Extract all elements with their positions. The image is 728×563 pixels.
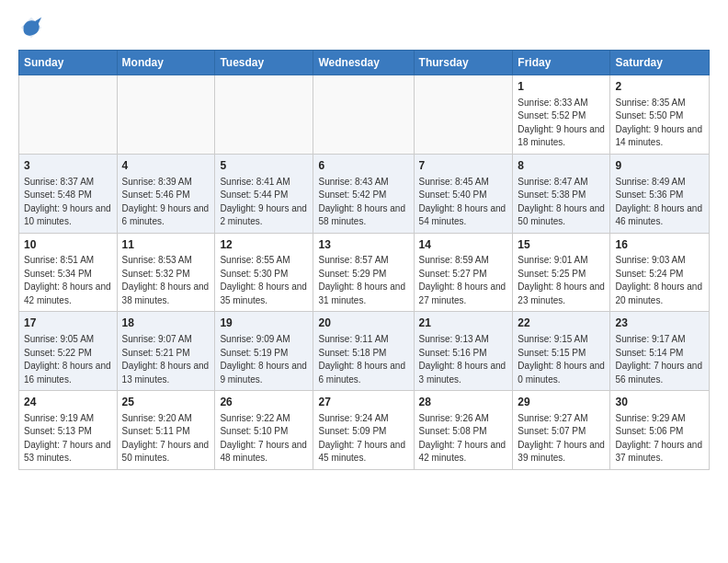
day-number: 5 — [220, 158, 308, 174]
day-info: Sunrise: 9:26 AM Sunset: 5:08 PM Dayligh… — [419, 412, 508, 465]
day-number: 14 — [419, 237, 508, 253]
day-number: 9 — [615, 158, 704, 174]
day-number: 28 — [419, 395, 508, 410]
calendar-cell: 29Sunrise: 9:27 AM Sunset: 5:07 PM Dayli… — [513, 391, 610, 470]
day-number: 8 — [518, 158, 605, 174]
day-info: Sunrise: 9:15 AM Sunset: 5:15 PM Dayligh… — [518, 333, 605, 386]
calendar-cell: 6Sunrise: 8:43 AM Sunset: 5:42 PM Daylig… — [313, 154, 414, 233]
day-info: Sunrise: 8:43 AM Sunset: 5:42 PM Dayligh… — [318, 176, 408, 229]
day-info: Sunrise: 8:51 AM Sunset: 5:34 PM Dayligh… — [24, 254, 112, 307]
day-number: 21 — [419, 316, 508, 331]
day-info: Sunrise: 8:47 AM Sunset: 5:38 PM Dayligh… — [518, 176, 605, 229]
week-row-2: 3Sunrise: 8:37 AM Sunset: 5:48 PM Daylig… — [19, 154, 710, 233]
header — [18, 15, 710, 40]
day-info: Sunrise: 9:29 AM Sunset: 5:06 PM Dayligh… — [615, 412, 704, 465]
calendar: SundayMondayTuesdayWednesdayThursdayFrid… — [18, 50, 710, 470]
weekday-header-row: SundayMondayTuesdayWednesdayThursdayFrid… — [19, 51, 710, 75]
day-info: Sunrise: 9:11 AM Sunset: 5:18 PM Dayligh… — [318, 333, 408, 386]
day-number: 3 — [24, 158, 112, 174]
calendar-cell: 12Sunrise: 8:55 AM Sunset: 5:30 PM Dayli… — [215, 233, 313, 312]
day-number: 29 — [518, 395, 605, 410]
week-row-5: 24Sunrise: 9:19 AM Sunset: 5:13 PM Dayli… — [19, 391, 710, 470]
day-info: Sunrise: 9:22 AM Sunset: 5:10 PM Dayligh… — [220, 412, 308, 465]
day-number: 2 — [615, 79, 704, 95]
weekday-header-thursday: Thursday — [414, 51, 513, 75]
calendar-cell: 2Sunrise: 8:35 AM Sunset: 5:50 PM Daylig… — [610, 75, 710, 155]
day-number: 24 — [24, 395, 112, 410]
weekday-header-sunday: Sunday — [19, 51, 118, 75]
day-info: Sunrise: 9:05 AM Sunset: 5:22 PM Dayligh… — [24, 333, 112, 386]
calendar-cell: 22Sunrise: 9:15 AM Sunset: 5:15 PM Dayli… — [513, 312, 610, 391]
calendar-cell: 18Sunrise: 9:07 AM Sunset: 5:21 PM Dayli… — [117, 312, 215, 391]
calendar-cell — [313, 75, 414, 155]
day-info: Sunrise: 9:17 AM Sunset: 5:14 PM Dayligh… — [615, 333, 704, 386]
day-info: Sunrise: 8:35 AM Sunset: 5:50 PM Dayligh… — [615, 97, 704, 150]
day-number: 13 — [318, 237, 408, 253]
day-number: 10 — [24, 237, 112, 253]
calendar-cell: 5Sunrise: 8:41 AM Sunset: 5:44 PM Daylig… — [215, 154, 313, 233]
day-number: 15 — [518, 237, 605, 253]
calendar-cell: 4Sunrise: 8:39 AM Sunset: 5:46 PM Daylig… — [117, 154, 215, 233]
calendar-cell: 23Sunrise: 9:17 AM Sunset: 5:14 PM Dayli… — [610, 312, 710, 391]
day-info: Sunrise: 9:09 AM Sunset: 5:19 PM Dayligh… — [220, 333, 308, 386]
day-number: 4 — [122, 158, 210, 174]
day-number: 12 — [220, 237, 308, 253]
day-info: Sunrise: 8:59 AM Sunset: 5:27 PM Dayligh… — [419, 254, 508, 307]
calendar-cell: 17Sunrise: 9:05 AM Sunset: 5:22 PM Dayli… — [19, 312, 118, 391]
day-info: Sunrise: 8:57 AM Sunset: 5:29 PM Dayligh… — [318, 254, 408, 307]
calendar-cell: 10Sunrise: 8:51 AM Sunset: 5:34 PM Dayli… — [19, 233, 118, 312]
day-info: Sunrise: 8:49 AM Sunset: 5:36 PM Dayligh… — [615, 176, 704, 229]
logo — [18, 15, 48, 40]
week-row-4: 17Sunrise: 9:05 AM Sunset: 5:22 PM Dayli… — [19, 312, 710, 391]
calendar-cell: 9Sunrise: 8:49 AM Sunset: 5:36 PM Daylig… — [610, 154, 710, 233]
day-number: 1 — [518, 79, 605, 95]
logo-icon — [18, 15, 44, 40]
calendar-cell — [414, 75, 513, 155]
day-number: 7 — [419, 158, 508, 174]
day-info: Sunrise: 9:27 AM Sunset: 5:07 PM Dayligh… — [518, 412, 605, 465]
page: SundayMondayTuesdayWednesdayThursdayFrid… — [0, 0, 728, 479]
calendar-cell: 13Sunrise: 8:57 AM Sunset: 5:29 PM Dayli… — [313, 233, 414, 312]
calendar-cell: 21Sunrise: 9:13 AM Sunset: 5:16 PM Dayli… — [414, 312, 513, 391]
day-info: Sunrise: 8:41 AM Sunset: 5:44 PM Dayligh… — [220, 176, 308, 229]
week-row-3: 10Sunrise: 8:51 AM Sunset: 5:34 PM Dayli… — [19, 233, 710, 312]
calendar-cell: 3Sunrise: 8:37 AM Sunset: 5:48 PM Daylig… — [19, 154, 118, 233]
calendar-cell: 30Sunrise: 9:29 AM Sunset: 5:06 PM Dayli… — [610, 391, 710, 470]
weekday-header-saturday: Saturday — [610, 51, 710, 75]
day-number: 22 — [518, 316, 605, 331]
day-number: 20 — [318, 316, 408, 331]
day-info: Sunrise: 8:53 AM Sunset: 5:32 PM Dayligh… — [122, 254, 210, 307]
day-number: 16 — [615, 237, 704, 253]
day-info: Sunrise: 9:03 AM Sunset: 5:24 PM Dayligh… — [615, 254, 704, 307]
weekday-header-wednesday: Wednesday — [313, 51, 414, 75]
calendar-cell — [117, 75, 215, 155]
day-number: 11 — [122, 237, 210, 253]
week-row-1: 1Sunrise: 8:33 AM Sunset: 5:52 PM Daylig… — [19, 75, 710, 155]
calendar-cell: 15Sunrise: 9:01 AM Sunset: 5:25 PM Dayli… — [513, 233, 610, 312]
calendar-cell: 11Sunrise: 8:53 AM Sunset: 5:32 PM Dayli… — [117, 233, 215, 312]
day-number: 23 — [615, 316, 704, 331]
day-number: 19 — [220, 316, 308, 331]
day-info: Sunrise: 8:37 AM Sunset: 5:48 PM Dayligh… — [24, 176, 112, 229]
weekday-header-monday: Monday — [117, 51, 215, 75]
day-number: 30 — [615, 395, 704, 410]
calendar-cell: 16Sunrise: 9:03 AM Sunset: 5:24 PM Dayli… — [610, 233, 710, 312]
weekday-header-tuesday: Tuesday — [215, 51, 313, 75]
day-info: Sunrise: 8:55 AM Sunset: 5:30 PM Dayligh… — [220, 254, 308, 307]
calendar-cell: 19Sunrise: 9:09 AM Sunset: 5:19 PM Dayli… — [215, 312, 313, 391]
calendar-cell: 1Sunrise: 8:33 AM Sunset: 5:52 PM Daylig… — [513, 75, 610, 155]
calendar-cell: 20Sunrise: 9:11 AM Sunset: 5:18 PM Dayli… — [313, 312, 414, 391]
calendar-cell: 8Sunrise: 8:47 AM Sunset: 5:38 PM Daylig… — [513, 154, 610, 233]
day-info: Sunrise: 9:13 AM Sunset: 5:16 PM Dayligh… — [419, 333, 508, 386]
day-number: 17 — [24, 316, 112, 331]
calendar-cell: 27Sunrise: 9:24 AM Sunset: 5:09 PM Dayli… — [313, 391, 414, 470]
calendar-cell: 28Sunrise: 9:26 AM Sunset: 5:08 PM Dayli… — [414, 391, 513, 470]
calendar-cell: 25Sunrise: 9:20 AM Sunset: 5:11 PM Dayli… — [117, 391, 215, 470]
calendar-cell — [19, 75, 118, 155]
calendar-cell: 24Sunrise: 9:19 AM Sunset: 5:13 PM Dayli… — [19, 391, 118, 470]
day-info: Sunrise: 9:20 AM Sunset: 5:11 PM Dayligh… — [122, 412, 210, 465]
weekday-header-friday: Friday — [513, 51, 610, 75]
day-number: 27 — [318, 395, 408, 410]
calendar-cell — [215, 75, 313, 155]
day-number: 6 — [318, 158, 408, 174]
